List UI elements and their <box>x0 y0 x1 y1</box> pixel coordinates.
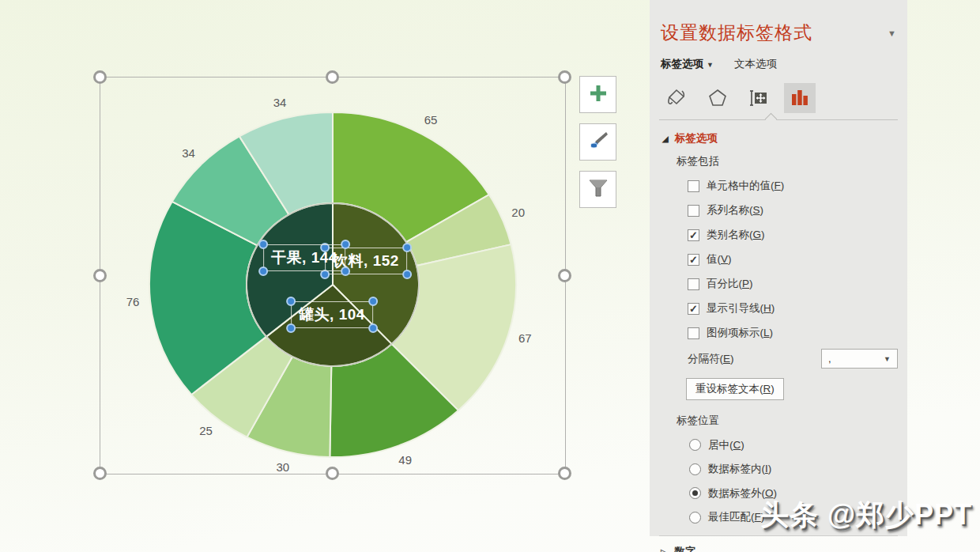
selection-handle[interactable] <box>368 323 378 333</box>
checkbox-label: 图例项标示(L) <box>707 326 773 340</box>
collapse-triangle-icon: ◢ <box>662 134 669 143</box>
checkbox-icon[interactable]: ✓ <box>688 327 699 339</box>
selection-handle[interactable] <box>341 267 350 276</box>
funnel-icon <box>587 177 609 202</box>
selection-handle[interactable] <box>286 297 296 306</box>
chart-filters-button[interactable] <box>579 171 616 208</box>
checkbox-row-0[interactable]: ✓单元格中的值(F) <box>688 179 907 193</box>
checkbox-row-6[interactable]: ✓图例项标示(L) <box>688 326 907 340</box>
selection-handle[interactable] <box>258 267 268 276</box>
label-position-title: 标签位置 <box>677 414 907 428</box>
resize-handle[interactable] <box>326 467 339 480</box>
checkbox-icon[interactable]: ✓ <box>688 254 699 266</box>
radio-icon[interactable] <box>689 487 701 499</box>
radio-label: 居中(C) <box>708 438 744 452</box>
resize-handle[interactable] <box>93 269 107 282</box>
radio-label: 最佳匹配(F) <box>708 510 764 524</box>
resize-handle[interactable] <box>93 467 107 480</box>
fill-line-icon[interactable] <box>661 83 692 113</box>
brush-icon <box>587 130 609 155</box>
chart-styles-button[interactable] <box>579 123 616 161</box>
label-contains-title: 标签包括 <box>677 154 907 168</box>
chart-selection-frame[interactable] <box>100 77 566 474</box>
selection-handle[interactable] <box>368 297 378 306</box>
section-number[interactable]: ▷ 数字 <box>661 545 907 552</box>
radio-icon[interactable] <box>689 439 701 451</box>
checkbox-row-5[interactable]: ✓显示引导线(H) <box>688 301 907 316</box>
checkbox-icon[interactable]: ✓ <box>688 180 699 192</box>
checkbox-icon[interactable]: ✓ <box>688 278 699 290</box>
plus-icon <box>588 83 609 107</box>
tab-text-options[interactable]: 文本选项 <box>734 57 777 71</box>
resize-handle[interactable] <box>558 467 571 480</box>
resize-handle[interactable] <box>326 70 339 84</box>
selection-handle[interactable] <box>258 240 268 249</box>
resize-handle[interactable] <box>558 70 571 84</box>
tab-label-options[interactable]: 标签选项▼ <box>661 57 714 71</box>
slide-canvas: 652067493025763434 饮料, 152罐头, 104干果, 144 <box>0 0 650 552</box>
data-label-干果[interactable]: 干果, 144 <box>263 244 345 271</box>
radio-row-0[interactable]: 居中(C) <box>689 438 907 452</box>
radio-icon[interactable] <box>689 512 701 524</box>
checkbox-label: 百分比(P) <box>707 277 753 291</box>
radio-row-1[interactable]: 数据标签内(I) <box>689 462 907 476</box>
chevron-down-icon: ▼ <box>707 61 714 69</box>
selection-handle[interactable] <box>286 323 296 333</box>
checkbox-label: 类别名称(G) <box>707 228 765 242</box>
checkbox-icon[interactable]: ✓ <box>688 303 699 315</box>
selection-handle[interactable] <box>402 270 412 279</box>
checkbox-label: 显示引导线(H) <box>707 301 775 316</box>
checkbox-row-4[interactable]: ✓百分比(P) <box>688 277 907 291</box>
separator-label: 分隔符(E) <box>688 352 734 366</box>
checkbox-icon[interactable]: ✓ <box>688 205 699 217</box>
radio-label: 数据标签内(I) <box>708 462 771 476</box>
chart-elements-button[interactable] <box>579 76 616 113</box>
section-label-options[interactable]: ◢ 标签选项 <box>662 131 907 146</box>
separator-dropdown[interactable]: , ▼ <box>821 349 898 369</box>
format-data-labels-panel: 设置数据标签格式 ▼ 标签选项▼ 文本选项 <box>650 0 907 536</box>
reset-label-text-button[interactable]: 重设标签文本(R) <box>686 378 784 400</box>
chevron-down-icon: ▼ <box>884 355 891 363</box>
data-label-罐头[interactable]: 罐头, 104 <box>291 301 373 328</box>
checkbox-row-1[interactable]: ✓系列名称(S) <box>688 203 907 217</box>
radio-icon[interactable] <box>689 463 701 475</box>
selection-handle[interactable] <box>402 243 412 252</box>
checkbox-row-2[interactable]: ✓类别名称(G) <box>688 228 907 242</box>
checkbox-label: 单元格中的值(F) <box>707 179 784 193</box>
checkbox-row-3[interactable]: ✓值(V) <box>688 252 907 267</box>
checkbox-label: 值(V) <box>707 252 732 267</box>
selection-handle[interactable] <box>341 240 350 249</box>
expand-triangle-icon: ▷ <box>661 547 667 552</box>
watermark: 头条 @郑少PPT <box>760 496 972 535</box>
separator-value: , <box>828 353 831 365</box>
panel-title: 设置数据标签格式 <box>661 21 812 45</box>
resize-handle[interactable] <box>93 70 107 84</box>
chevron-down-icon[interactable]: ▼ <box>888 28 896 38</box>
label-options-icon[interactable] <box>784 83 816 113</box>
size-properties-icon[interactable] <box>743 83 775 113</box>
resize-handle[interactable] <box>558 269 571 282</box>
checkbox-icon[interactable]: ✓ <box>688 229 699 241</box>
effects-icon[interactable] <box>702 83 733 113</box>
checkbox-label: 系列名称(S) <box>707 203 763 217</box>
